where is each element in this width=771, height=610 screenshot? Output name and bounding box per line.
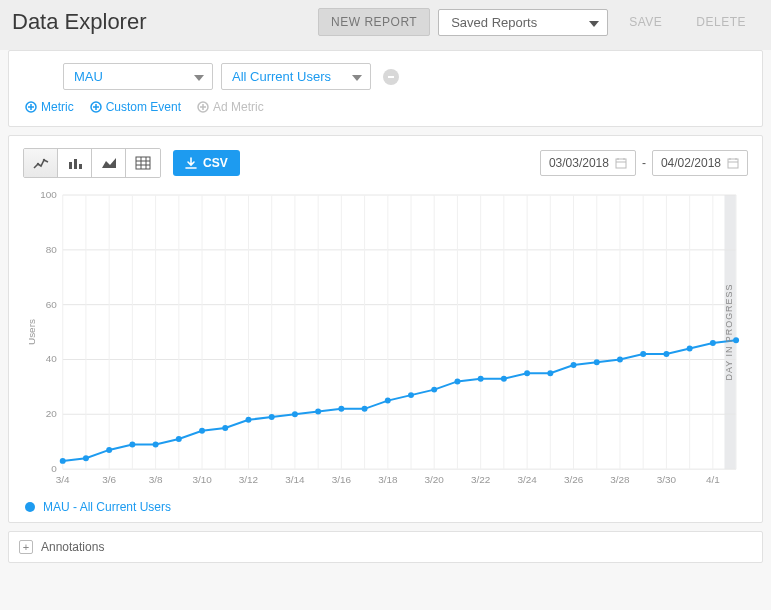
area-chart-icon	[101, 156, 117, 170]
svg-text:3/28: 3/28	[610, 474, 630, 485]
svg-rect-0	[388, 76, 394, 78]
line-chart-toggle[interactable]	[24, 149, 58, 177]
svg-point-99	[478, 376, 484, 382]
svg-point-85	[153, 441, 159, 447]
saved-reports-dropdown[interactable]: Saved Reports	[438, 9, 608, 36]
table-toggle[interactable]	[126, 149, 160, 177]
svg-text:3/30: 3/30	[657, 474, 677, 485]
svg-text:80: 80	[46, 244, 58, 255]
svg-point-98	[454, 378, 460, 384]
legend-label: MAU - All Current Users	[43, 500, 171, 514]
add-custom-event-label: Custom Event	[106, 100, 181, 114]
svg-point-83	[106, 447, 112, 453]
plus-circle-icon	[90, 101, 102, 113]
svg-rect-6	[69, 162, 72, 169]
svg-text:3/4: 3/4	[56, 474, 70, 485]
add-custom-event-link[interactable]: Custom Event	[90, 100, 181, 114]
svg-text:3/26: 3/26	[564, 474, 584, 485]
svg-rect-9	[136, 157, 150, 169]
svg-text:3/6: 3/6	[102, 474, 116, 485]
svg-point-109	[710, 340, 716, 346]
svg-point-94	[362, 406, 368, 412]
plus-circle-icon	[197, 101, 209, 113]
svg-point-87	[199, 428, 205, 434]
svg-point-81	[60, 458, 66, 464]
annotations-label: Annotations	[41, 540, 104, 554]
header-bar: Data Explorer NEW REPORT Saved Reports S…	[0, 0, 771, 50]
svg-point-106	[640, 351, 646, 357]
svg-point-82	[83, 455, 89, 461]
page-title: Data Explorer	[12, 9, 147, 35]
svg-point-88	[222, 425, 228, 431]
svg-text:0: 0	[51, 463, 57, 474]
svg-point-84	[129, 441, 135, 447]
svg-point-107	[663, 351, 669, 357]
table-icon	[135, 156, 151, 170]
annotations-panel[interactable]: + Annotations	[8, 531, 763, 563]
svg-point-92	[315, 409, 321, 415]
bar-chart-icon	[67, 156, 83, 170]
delete-button[interactable]: DELETE	[683, 8, 759, 36]
chart-toolbar: CSV 03/03/2018 - 04/02/2018	[23, 148, 748, 178]
add-ad-metric-link: Ad Metric	[197, 100, 264, 114]
line-chart-icon	[33, 156, 49, 170]
metric-dropdown[interactable]: MAU	[63, 63, 213, 90]
svg-rect-18	[728, 159, 738, 168]
chart-area: 0204060801003/43/63/83/103/123/143/163/1…	[23, 186, 748, 496]
caret-down-icon	[194, 69, 204, 84]
svg-text:40: 40	[46, 353, 58, 364]
remove-filter-button[interactable]	[383, 69, 399, 85]
svg-point-86	[176, 436, 182, 442]
svg-point-101	[524, 370, 530, 376]
caret-down-icon	[352, 69, 362, 84]
svg-point-108	[687, 346, 693, 352]
svg-text:3/12: 3/12	[239, 474, 259, 485]
svg-rect-7	[74, 159, 77, 169]
svg-point-102	[547, 370, 553, 376]
calendar-icon	[615, 157, 627, 169]
svg-point-104	[594, 359, 600, 365]
caret-down-icon	[589, 15, 599, 30]
svg-text:3/14: 3/14	[285, 474, 305, 485]
svg-point-96	[408, 392, 414, 398]
chart-type-toggle	[23, 148, 161, 178]
add-metric-label: Metric	[41, 100, 74, 114]
chart-panel: CSV 03/03/2018 - 04/02/2018 020406080100…	[8, 135, 763, 523]
saved-reports-label: Saved Reports	[451, 15, 537, 30]
svg-point-103	[571, 362, 577, 368]
legend-dot-icon	[25, 502, 35, 512]
svg-text:3/10: 3/10	[192, 474, 212, 485]
svg-text:4/1: 4/1	[706, 474, 720, 485]
line-chart: 0204060801003/43/63/83/103/123/143/163/1…	[23, 186, 748, 496]
date-from-value: 03/03/2018	[549, 156, 609, 170]
svg-point-95	[385, 398, 391, 404]
svg-point-91	[292, 411, 298, 417]
legend[interactable]: MAU - All Current Users	[23, 496, 748, 516]
area-chart-toggle[interactable]	[92, 149, 126, 177]
svg-text:3/16: 3/16	[332, 474, 352, 485]
svg-point-90	[269, 414, 275, 420]
svg-point-97	[431, 387, 437, 393]
svg-text:3/24: 3/24	[517, 474, 537, 485]
plus-circle-icon	[25, 101, 37, 113]
svg-text:3/8: 3/8	[149, 474, 163, 485]
filter-row: MAU All Current Users	[23, 63, 748, 100]
csv-label: CSV	[203, 156, 228, 170]
svg-point-93	[338, 406, 344, 412]
metric-value: MAU	[74, 69, 103, 84]
svg-text:3/18: 3/18	[378, 474, 398, 485]
export-csv-button[interactable]: CSV	[173, 150, 240, 176]
add-metric-link[interactable]: Metric	[25, 100, 74, 114]
svg-point-89	[246, 417, 252, 423]
save-button[interactable]: SAVE	[616, 8, 675, 36]
new-report-button[interactable]: NEW REPORT	[318, 8, 430, 36]
svg-point-100	[501, 376, 507, 382]
svg-text:Users: Users	[26, 319, 37, 345]
svg-text:20: 20	[46, 408, 58, 419]
svg-rect-8	[79, 164, 82, 169]
bar-chart-toggle[interactable]	[58, 149, 92, 177]
svg-rect-14	[616, 159, 626, 168]
date-from-input[interactable]: 03/03/2018	[540, 150, 636, 176]
date-to-input[interactable]: 04/02/2018	[652, 150, 748, 176]
segment-dropdown[interactable]: All Current Users	[221, 63, 371, 90]
